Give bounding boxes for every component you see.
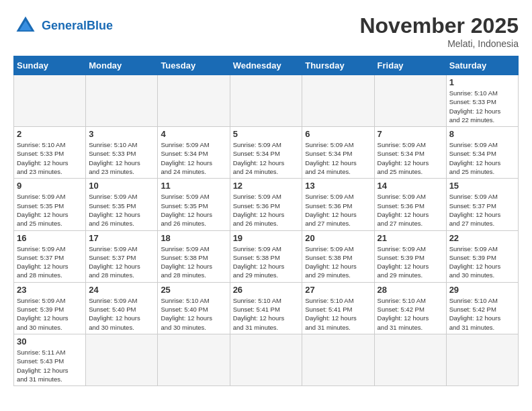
day-number-29: 29 <box>449 285 515 295</box>
empty-cell <box>158 334 230 385</box>
day-number-21: 21 <box>378 233 443 243</box>
day-number-8: 8 <box>449 129 515 139</box>
day-info-19: Sunrise: 5:09 AMSunset: 5:38 PMDaylight:… <box>233 244 300 280</box>
day-info-29: Sunrise: 5:10 AMSunset: 5:42 PMDaylight:… <box>449 296 515 332</box>
day-number-30: 30 <box>17 336 83 347</box>
day-info-12: Sunrise: 5:09 AMSunset: 5:36 PMDaylight:… <box>233 192 300 228</box>
day-15: 15 Sunrise: 5:09 AMSunset: 5:37 PMDaylig… <box>446 179 518 230</box>
day-24: 24 Sunrise: 5:09 AMSunset: 5:40 PMDaylig… <box>86 282 158 334</box>
day-number-18: 18 <box>161 233 226 243</box>
header-tuesday: Tuesday <box>158 56 230 75</box>
day-info-3: Sunrise: 5:10 AMSunset: 5:33 PMDaylight:… <box>89 140 154 176</box>
calendar-table: Sunday Monday Tuesday Wednesday Thursday… <box>13 56 519 386</box>
day-17: 17 Sunrise: 5:09 AMSunset: 5:37 PMDaylig… <box>86 230 158 282</box>
day-number-9: 9 <box>17 181 83 191</box>
day-number-24: 24 <box>89 285 154 295</box>
day-number-17: 17 <box>89 233 154 243</box>
calendar-row-2: 2 Sunrise: 5:10 AMSunset: 5:33 PMDayligh… <box>14 127 519 179</box>
day-number-3: 3 <box>89 129 154 139</box>
day-11: 11 Sunrise: 5:09 AMSunset: 5:35 PMDaylig… <box>158 179 230 230</box>
empty-cell <box>86 334 158 385</box>
header-saturday: Saturday <box>446 56 518 75</box>
day-info-8: Sunrise: 5:09 AMSunset: 5:34 PMDaylight:… <box>449 140 515 176</box>
empty-cell <box>374 334 446 385</box>
day-number-5: 5 <box>233 129 300 139</box>
day-1: 1 Sunrise: 5:10 AMSunset: 5:33 PMDayligh… <box>446 75 518 127</box>
day-info-30: Sunrise: 5:11 AMSunset: 5:43 PMDaylight:… <box>17 348 83 383</box>
calendar-row-5: 23 Sunrise: 5:09 AMSunset: 5:39 PMDaylig… <box>14 282 519 334</box>
day-info-17: Sunrise: 5:09 AMSunset: 5:37 PMDaylight:… <box>89 244 154 280</box>
day-info-22: Sunrise: 5:09 AMSunset: 5:39 PMDaylight:… <box>449 244 515 280</box>
month-title: November 2025 <box>359 13 519 38</box>
day-number-26: 26 <box>233 285 300 295</box>
logo: GeneralBlue <box>13 13 113 38</box>
day-info-26: Sunrise: 5:10 AMSunset: 5:41 PMDaylight:… <box>233 296 300 332</box>
day-14: 14 Sunrise: 5:09 AMSunset: 5:36 PMDaylig… <box>374 179 446 230</box>
day-info-7: Sunrise: 5:09 AMSunset: 5:34 PMDaylight:… <box>378 140 443 176</box>
day-info-18: Sunrise: 5:09 AMSunset: 5:38 PMDaylight:… <box>161 244 226 280</box>
day-number-22: 22 <box>449 233 515 243</box>
day-info-25: Sunrise: 5:10 AMSunset: 5:40 PMDaylight:… <box>161 296 226 332</box>
day-info-20: Sunrise: 5:09 AMSunset: 5:38 PMDaylight:… <box>305 244 371 280</box>
day-info-16: Sunrise: 5:09 AMSunset: 5:37 PMDaylight:… <box>17 244 83 280</box>
day-info-28: Sunrise: 5:10 AMSunset: 5:42 PMDaylight:… <box>378 296 443 332</box>
day-number-10: 10 <box>89 181 154 191</box>
day-number-27: 27 <box>305 285 371 295</box>
day-info-14: Sunrise: 5:09 AMSunset: 5:36 PMDaylight:… <box>378 192 443 228</box>
location-subtitle: Melati, Indonesia <box>359 38 519 49</box>
day-number-2: 2 <box>17 129 83 139</box>
day-number-14: 14 <box>378 181 443 191</box>
day-info-6: Sunrise: 5:09 AMSunset: 5:34 PMDaylight:… <box>305 140 371 176</box>
calendar-row-1: 1 Sunrise: 5:10 AMSunset: 5:33 PMDayligh… <box>14 75 519 127</box>
day-22: 22 Sunrise: 5:09 AMSunset: 5:39 PMDaylig… <box>446 230 518 282</box>
day-number-7: 7 <box>378 129 443 139</box>
logo-blue: Blue <box>87 19 113 32</box>
day-number-13: 13 <box>305 181 371 191</box>
header-sunday: Sunday <box>14 56 86 75</box>
day-28: 28 Sunrise: 5:10 AMSunset: 5:42 PMDaylig… <box>374 282 446 334</box>
day-number-15: 15 <box>449 181 515 191</box>
header-monday: Monday <box>86 56 158 75</box>
day-info-10: Sunrise: 5:09 AMSunset: 5:35 PMDaylight:… <box>89 192 154 228</box>
day-27: 27 Sunrise: 5:10 AMSunset: 5:41 PMDaylig… <box>302 282 374 334</box>
day-13: 13 Sunrise: 5:09 AMSunset: 5:36 PMDaylig… <box>302 179 374 230</box>
empty-cell <box>374 75 446 127</box>
calendar-row-6: 30 Sunrise: 5:11 AMSunset: 5:43 PMDaylig… <box>14 334 519 385</box>
day-number-12: 12 <box>233 181 300 191</box>
day-info-11: Sunrise: 5:09 AMSunset: 5:35 PMDaylight:… <box>161 192 226 228</box>
day-info-4: Sunrise: 5:09 AMSunset: 5:34 PMDaylight:… <box>161 140 226 176</box>
day-7: 7 Sunrise: 5:09 AMSunset: 5:34 PMDayligh… <box>374 127 446 179</box>
day-info-13: Sunrise: 5:09 AMSunset: 5:36 PMDaylight:… <box>305 192 371 228</box>
logo-icon <box>13 13 38 38</box>
day-29: 29 Sunrise: 5:10 AMSunset: 5:42 PMDaylig… <box>446 282 518 334</box>
day-number-1: 1 <box>449 77 515 87</box>
calendar-header-row: Sunday Monday Tuesday Wednesday Thursday… <box>14 56 519 75</box>
day-16: 16 Sunrise: 5:09 AMSunset: 5:37 PMDaylig… <box>14 230 86 282</box>
header-thursday: Thursday <box>302 56 374 75</box>
empty-cell <box>302 75 374 127</box>
day-number-11: 11 <box>161 181 226 191</box>
day-number-4: 4 <box>161 129 226 139</box>
day-12: 12 Sunrise: 5:09 AMSunset: 5:36 PMDaylig… <box>230 179 302 230</box>
day-4: 4 Sunrise: 5:09 AMSunset: 5:34 PMDayligh… <box>158 127 230 179</box>
day-info-1: Sunrise: 5:10 AMSunset: 5:33 PMDaylight:… <box>449 89 515 124</box>
day-5: 5 Sunrise: 5:09 AMSunset: 5:34 PMDayligh… <box>230 127 302 179</box>
day-23: 23 Sunrise: 5:09 AMSunset: 5:39 PMDaylig… <box>14 282 86 334</box>
day-number-16: 16 <box>17 233 83 243</box>
calendar-row-4: 16 Sunrise: 5:09 AMSunset: 5:37 PMDaylig… <box>14 230 519 282</box>
day-info-5: Sunrise: 5:09 AMSunset: 5:34 PMDaylight:… <box>233 140 300 176</box>
title-block: November 2025 Melati, Indonesia <box>359 13 519 49</box>
day-26: 26 Sunrise: 5:10 AMSunset: 5:41 PMDaylig… <box>230 282 302 334</box>
header-friday: Friday <box>374 56 446 75</box>
empty-cell <box>446 334 518 385</box>
empty-cell <box>302 334 374 385</box>
day-number-6: 6 <box>305 129 371 139</box>
day-20: 20 Sunrise: 5:09 AMSunset: 5:38 PMDaylig… <box>302 230 374 282</box>
day-10: 10 Sunrise: 5:09 AMSunset: 5:35 PMDaylig… <box>86 179 158 230</box>
day-info-9: Sunrise: 5:09 AMSunset: 5:35 PMDaylight:… <box>17 192 83 228</box>
day-info-15: Sunrise: 5:09 AMSunset: 5:37 PMDaylight:… <box>449 192 515 228</box>
day-18: 18 Sunrise: 5:09 AMSunset: 5:38 PMDaylig… <box>158 230 230 282</box>
empty-cell <box>158 75 230 127</box>
day-2: 2 Sunrise: 5:10 AMSunset: 5:33 PMDayligh… <box>14 127 86 179</box>
day-30: 30 Sunrise: 5:11 AMSunset: 5:43 PMDaylig… <box>14 334 86 385</box>
